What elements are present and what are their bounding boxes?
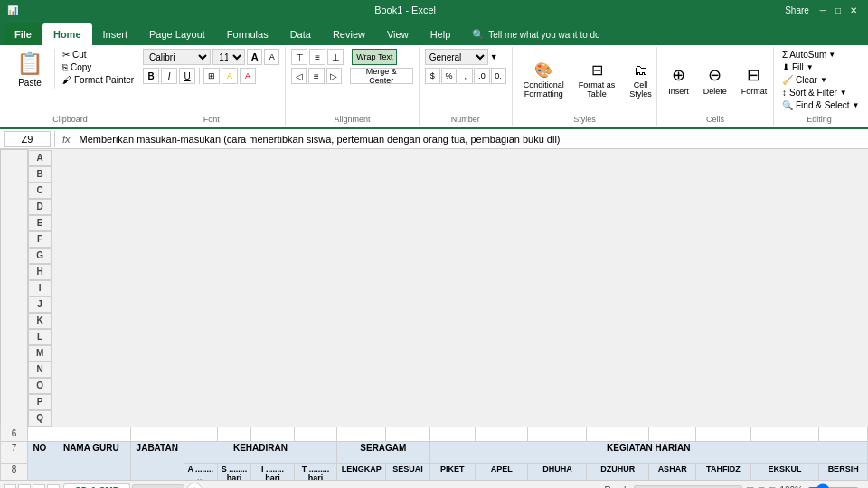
col-header-a[interactable]: A bbox=[28, 150, 52, 166]
close-button[interactable]: ✕ bbox=[846, 5, 861, 15]
align-right-button[interactable]: ▷ bbox=[326, 68, 342, 84]
cell-ashar-header[interactable]: ASHAR bbox=[649, 463, 696, 480]
font-shrink-button[interactable]: A bbox=[264, 49, 279, 65]
cell-k6[interactable] bbox=[476, 427, 528, 441]
tab-formulas[interactable]: Formulas bbox=[216, 23, 279, 45]
comma-button[interactable]: , bbox=[458, 68, 473, 84]
col-header-q[interactable]: Q bbox=[28, 410, 52, 427]
cell-seragam-header[interactable]: SERAGAM bbox=[337, 441, 429, 463]
format-cells-button[interactable]: ⊟ Format bbox=[736, 49, 773, 111]
col-header-g[interactable]: G bbox=[28, 248, 52, 264]
format-painter-button[interactable]: 🖌 Format Painter bbox=[60, 74, 137, 86]
bold-button[interactable]: B bbox=[143, 68, 159, 84]
col-header-e[interactable]: E bbox=[28, 215, 52, 231]
cell-ekskul-header[interactable]: EKSKUL bbox=[750, 463, 818, 480]
col-header-o[interactable]: O bbox=[28, 378, 52, 394]
row-header-8[interactable]: 8 bbox=[1, 463, 28, 480]
col-header-i[interactable]: I bbox=[28, 280, 52, 296]
font-grow-button[interactable]: A bbox=[247, 49, 262, 65]
font-color-button[interactable]: A bbox=[240, 68, 256, 84]
paste-button[interactable]: 📋 Paste bbox=[9, 49, 51, 89]
decrease-decimal-button[interactable]: 0. bbox=[491, 68, 506, 84]
cell-g6[interactable] bbox=[294, 427, 336, 441]
tab-home[interactable]: Home bbox=[42, 23, 92, 45]
align-middle-button[interactable]: ≡ bbox=[309, 49, 326, 65]
nav-right-end[interactable]: ▶▶ bbox=[47, 484, 60, 489]
align-left-button[interactable]: ◁ bbox=[291, 68, 307, 84]
cell-p6[interactable] bbox=[750, 427, 818, 441]
col-header-k[interactable]: K bbox=[28, 313, 52, 329]
cell-q6[interactable] bbox=[819, 427, 868, 441]
italic-button[interactable]: I bbox=[161, 68, 177, 84]
find-select-button[interactable]: 🔍 Find & Select ▼ bbox=[779, 99, 859, 111]
formula-input[interactable] bbox=[78, 134, 864, 145]
fill-color-button[interactable]: A bbox=[222, 68, 238, 84]
col-header-c[interactable]: C bbox=[28, 183, 52, 199]
cell-j6[interactable] bbox=[429, 427, 476, 441]
col-header-d[interactable]: D bbox=[28, 199, 52, 215]
grid[interactable]: A B C D E F G H I J K L M N O bbox=[0, 149, 868, 480]
row-header-6[interactable]: 6 bbox=[1, 427, 28, 441]
fx-button[interactable]: fx bbox=[59, 134, 74, 145]
cell-bersih-header[interactable]: BERSIH bbox=[819, 463, 868, 480]
cell-name-input[interactable] bbox=[4, 131, 51, 147]
cell-t-header[interactable]: T ......... hari bbox=[294, 463, 336, 480]
cell-i-header[interactable]: I ........ hari bbox=[251, 463, 294, 480]
insert-cells-button[interactable]: ⊕ Insert bbox=[663, 49, 694, 111]
share-button[interactable]: Share bbox=[785, 5, 809, 15]
increase-decimal-button[interactable]: .0 bbox=[474, 68, 489, 84]
col-header-l[interactable]: L bbox=[28, 329, 52, 345]
tab-insert[interactable]: Insert bbox=[92, 23, 139, 45]
cell-o6[interactable] bbox=[696, 427, 751, 441]
nav-left-start[interactable]: ◀◀ bbox=[4, 484, 16, 489]
cell-l6[interactable] bbox=[528, 427, 587, 441]
minimize-button[interactable]: ─ bbox=[816, 5, 830, 15]
cell-piket-header[interactable]: PIKET bbox=[429, 463, 476, 480]
cell-styles-button[interactable]: 🗂 CellStyles bbox=[624, 60, 657, 101]
font-name-select[interactable]: Calibri bbox=[143, 49, 211, 65]
copy-button[interactable]: ⎘ Copy bbox=[60, 61, 137, 73]
nav-left[interactable]: ◀ bbox=[18, 484, 31, 489]
sheet-tab-sd-smp[interactable]: SD & SMP bbox=[63, 483, 130, 489]
tab-file[interactable]: File bbox=[4, 23, 42, 45]
scroll-bar-h[interactable] bbox=[634, 485, 742, 489]
col-header-n[interactable]: N bbox=[28, 361, 52, 378]
tab-data[interactable]: Data bbox=[279, 23, 322, 45]
cell-d6[interactable] bbox=[184, 427, 217, 441]
align-top-button[interactable]: ⊤ bbox=[291, 49, 307, 65]
sheet-tab-sheet2[interactable]: Sheet2 bbox=[132, 484, 184, 489]
align-bottom-button[interactable]: ⊥ bbox=[327, 49, 344, 65]
cell-lengkap-header[interactable]: LENGKAP bbox=[337, 463, 386, 480]
cell-kegiatan-header[interactable]: KEGIATAN HARIAN bbox=[429, 441, 868, 463]
cut-button[interactable]: ✂ Cut bbox=[60, 49, 137, 61]
cell-i6[interactable] bbox=[386, 427, 429, 441]
border-button[interactable]: ⊞ bbox=[203, 68, 220, 84]
underline-button[interactable]: U bbox=[179, 68, 195, 84]
clear-button[interactable]: 🧹 Clear ▼ bbox=[779, 74, 859, 86]
cell-dzuhur-header[interactable]: DZUHUR bbox=[587, 463, 649, 480]
cell-e6[interactable] bbox=[217, 427, 250, 441]
cell-h6[interactable] bbox=[337, 427, 386, 441]
add-sheet-button[interactable]: + bbox=[186, 483, 203, 489]
col-header-h[interactable]: H bbox=[28, 264, 52, 280]
currency-button[interactable]: $ bbox=[425, 68, 440, 84]
cell-tahfidz-header[interactable]: TAHFIDZ bbox=[696, 463, 751, 480]
wrap-text-button[interactable]: Wrap Text bbox=[352, 49, 397, 65]
tab-review[interactable]: Review bbox=[322, 23, 376, 45]
cell-a6[interactable] bbox=[28, 427, 52, 441]
cell-f6[interactable] bbox=[251, 427, 294, 441]
conditional-formatting-button[interactable]: 🎨 ConditionalFormatting bbox=[518, 59, 570, 101]
delete-cells-button[interactable]: ⊖ Delete bbox=[698, 49, 732, 111]
col-header-p[interactable]: P bbox=[28, 394, 52, 410]
cell-s-header[interactable]: S ........ hari bbox=[217, 463, 250, 480]
format-as-table-button[interactable]: ⊟ Format asTable bbox=[573, 59, 621, 101]
autosum-button[interactable]: Σ AutoSum ▼ bbox=[779, 49, 859, 61]
cell-c6[interactable] bbox=[130, 427, 184, 441]
row-header-7[interactable]: 7 bbox=[1, 441, 28, 463]
nav-right[interactable]: ▶ bbox=[33, 484, 45, 489]
maximize-button[interactable]: □ bbox=[832, 5, 844, 15]
cell-dhuha-header[interactable]: DHUHA bbox=[528, 463, 587, 480]
fill-button[interactable]: ⬇ Fill ▼ bbox=[779, 61, 859, 73]
sort-filter-button[interactable]: ↕ Sort & Filter ▼ bbox=[779, 87, 859, 99]
tab-view[interactable]: View bbox=[376, 23, 420, 45]
